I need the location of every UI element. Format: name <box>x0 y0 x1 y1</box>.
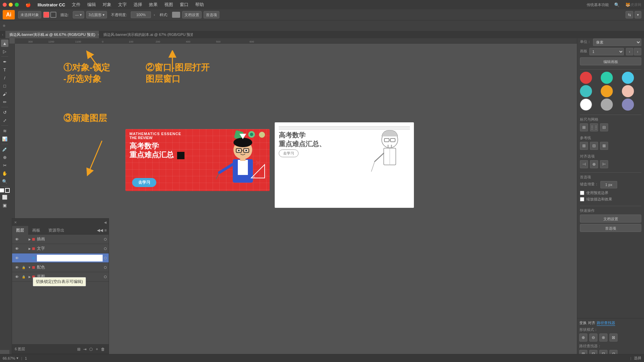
align-left-icon[interactable]: ⊣ <box>580 160 588 168</box>
artboard-next[interactable]: › <box>634 48 641 55</box>
swatch-gray[interactable] <box>601 99 613 111</box>
grid2-icon[interactable]: ⋮⋮ <box>590 123 598 131</box>
arrange-btn1[interactable]: ⇆ <box>626 11 633 18</box>
guide-d-icon[interactable]: ⊠ <box>600 142 608 150</box>
layer-expand-illustration[interactable]: ▶ <box>28 237 32 241</box>
guides-icon[interactable]: ⊟ <box>600 123 608 131</box>
layers-menu-btn[interactable]: ≡ <box>104 228 107 233</box>
paintbrush-tool[interactable]: 🖌 <box>1 90 8 98</box>
layers-panel-drag-header[interactable]: ✕ ◀ <box>12 219 109 226</box>
align-right-icon[interactable]: ⊢ <box>600 160 608 168</box>
swatch-teal[interactable] <box>601 72 613 84</box>
blend-tool[interactable]: ⊕ <box>1 154 8 161</box>
menu-select[interactable]: 选择 <box>131 1 145 8</box>
menu-help[interactable]: 帮助 <box>193 1 207 8</box>
tab-copy[interactable]: 插边风-banner演示稿的副本.ai @ 67% (RGB/GPU 预览) × <box>99 31 193 38</box>
edit-artboard-btn[interactable]: 编辑画板 <box>580 57 641 65</box>
pen-tool[interactable]: ✒ <box>1 58 8 65</box>
fullscreen-button[interactable] <box>15 3 19 7</box>
minus-front-icon[interactable]: ⊖ <box>589 334 597 342</box>
transform-tab[interactable]: 变换 <box>579 320 587 326</box>
swatch-slate[interactable] <box>622 99 634 111</box>
layer-name-editing-input[interactable] <box>37 255 103 261</box>
style-swatch[interactable] <box>172 12 180 18</box>
doc-settings-quick-btn[interactable]: 文档设置 <box>580 215 641 223</box>
new-layer-btn[interactable]: + <box>94 346 100 352</box>
swatch-white[interactable] <box>580 99 592 111</box>
stroke-swatch[interactable] <box>50 12 56 18</box>
layer-vis-text[interactable]: 👁 <box>14 246 19 251</box>
layer-expand-palette[interactable]: ▼ <box>28 265 32 269</box>
scale-effects-checkbox[interactable] <box>580 197 584 201</box>
layer-lock-illustration[interactable] <box>21 237 26 242</box>
doc-settings-btn[interactable]: 文档设置 <box>182 11 202 18</box>
layers-collapse-btn[interactable]: ◀◀ <box>97 228 103 233</box>
eyedrop-tool[interactable]: 💉 <box>1 145 8 153</box>
swatch-orange[interactable] <box>601 85 613 97</box>
swatch-red[interactable] <box>580 72 592 84</box>
zoom-tool[interactable]: 🔍 <box>1 178 8 185</box>
layer-vis-illustration[interactable]: 👁 <box>14 237 19 242</box>
layer-vis-editing[interactable]: 👁 <box>14 255 19 261</box>
menu-effect[interactable]: 效果 <box>146 1 160 8</box>
direct-select-tool[interactable]: ▷ <box>1 48 8 55</box>
menu-object[interactable]: 对象 <box>100 1 114 8</box>
drawing-mode[interactable]: ⬜ <box>1 193 8 201</box>
preferences-quick-btn[interactable]: 首选项 <box>580 224 641 232</box>
grid-icon[interactable]: ⊞ <box>580 123 588 131</box>
unite-icon[interactable]: ⊕ <box>579 334 587 342</box>
menu-window[interactable]: 窗口 <box>177 1 191 8</box>
graph-tool[interactable]: 📊 <box>1 135 8 142</box>
fill-swatch[interactable] <box>43 12 49 18</box>
layer-expand-editing[interactable] <box>28 256 32 260</box>
layer-row-editing[interactable]: 👁 <box>12 253 109 263</box>
exclude-icon[interactable]: ⊠ <box>609 334 618 342</box>
hand-tool[interactable]: ✋ <box>1 170 8 177</box>
preferences-btn[interactable]: 首选项 <box>204 11 219 18</box>
intersect-icon[interactable]: ⊗ <box>599 334 607 342</box>
tab-left-arrow[interactable]: ‹ <box>0 31 5 38</box>
rect-tool[interactable]: □ <box>1 82 8 89</box>
guide-h-icon[interactable]: ⊞ <box>580 142 588 150</box>
layer-row-palette[interactable]: 👁 🔒 ▼ 配色 <box>12 263 109 272</box>
menu-edit[interactable]: 编辑 <box>85 1 99 8</box>
search-icon[interactable]: 🔍 <box>614 2 620 7</box>
rotate-tool[interactable]: ↺ <box>1 109 8 116</box>
pencil-tool[interactable]: ✏ <box>1 98 8 106</box>
new-sub-layer-btn[interactable]: ⊞ <box>76 346 82 352</box>
layers-panel-close-x[interactable]: ✕ <box>14 221 17 224</box>
layers-panel-collapse[interactable]: ◀ <box>104 221 107 224</box>
move-to-new-btn[interactable]: ⇥ <box>82 346 88 352</box>
tab-main[interactable]: 插边风-banner演示稿.ai @ 66.67% (RGB/GPU 预览) × <box>5 31 99 38</box>
layer-vis-original[interactable]: 👁 <box>14 274 19 280</box>
layer-lock-editing[interactable] <box>21 255 26 261</box>
screen-mode[interactable]: ▣ <box>1 201 8 209</box>
layer-row-illustration[interactable]: 👁 ▶ 插画 <box>12 235 109 244</box>
apple-menu[interactable]: 🍎 <box>23 2 34 8</box>
banner-learn-btn[interactable]: 去学习 <box>132 178 156 187</box>
template-btn[interactable]: ⬡ <box>88 346 94 352</box>
no-selection-btn[interactable]: 未选择对象 <box>18 11 41 18</box>
swatch-peach[interactable] <box>622 85 634 97</box>
menu-view[interactable]: 视图 <box>162 1 176 8</box>
artboard-select[interactable]: 1 <box>589 48 624 55</box>
type-tool[interactable]: T <box>1 66 8 73</box>
warp-tool[interactable]: ≋ <box>1 127 8 134</box>
scissor-tool[interactable]: ✂ <box>1 162 8 169</box>
pathfinder-tab[interactable]: 路径查找器 <box>597 320 615 326</box>
delete-layer-btn[interactable]: 🗑 <box>100 346 106 352</box>
layer-lock-text[interactable] <box>21 246 26 251</box>
fill-color-box[interactable] <box>0 188 4 193</box>
keyboard-value-input[interactable] <box>600 181 617 188</box>
select-tool[interactable]: ▲ <box>1 40 8 47</box>
layer-row-text[interactable]: 👁 ▶ 文字 <box>12 244 109 253</box>
stroke-selector[interactable]: — ▾ <box>73 11 84 18</box>
layers-tab-layers[interactable]: 图层 <box>12 226 28 235</box>
layer-lock-original[interactable]: 🔒 <box>21 274 26 280</box>
stroke-color-box[interactable] <box>5 188 10 193</box>
menu-text[interactable]: 文字 <box>115 1 129 8</box>
arrange-btn2[interactable]: ▾ <box>635 11 641 18</box>
swatch-light-blue[interactable] <box>622 72 634 84</box>
layer-expand-original[interactable]: ▶ <box>28 275 32 279</box>
layers-tab-artboards[interactable]: 画板 <box>28 226 44 235</box>
